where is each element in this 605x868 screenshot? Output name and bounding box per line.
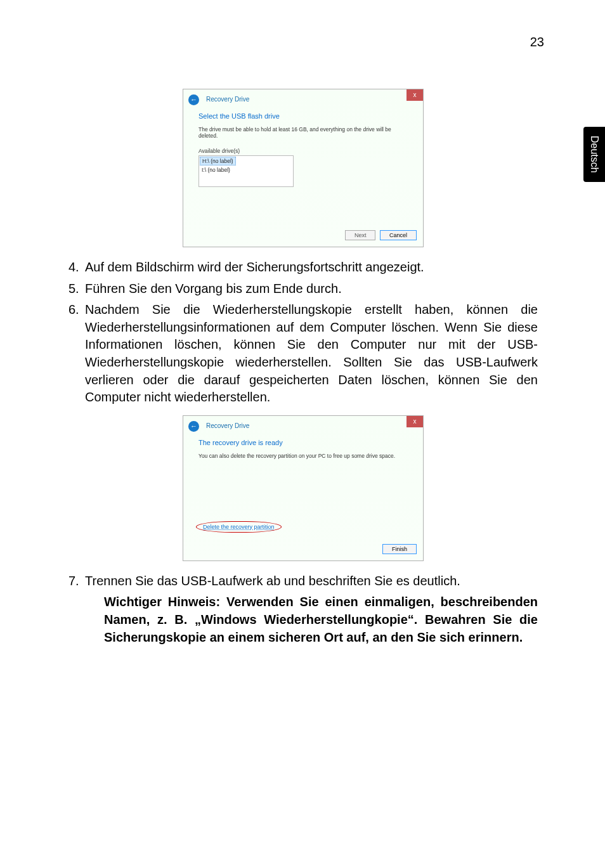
- dialog-heading: The recovery drive is ready: [198, 439, 408, 446]
- step-number: 5.: [68, 280, 85, 298]
- drive-listbox[interactable]: H:\ (no label) I:\ (no label): [198, 155, 294, 187]
- instruction-list: 4. Auf dem Bildschirm wird der Sicherung…: [68, 259, 538, 406]
- step-7: 7. Trennen Sie das USB-Laufwerk ab und b…: [68, 573, 538, 590]
- back-arrow-icon[interactable]: ←: [188, 94, 199, 105]
- close-icon[interactable]: x: [407, 89, 423, 101]
- dialog-heading: Select the USB flash drive: [198, 112, 408, 120]
- dialog-instruction: You can also delete the recovery partiti…: [198, 453, 408, 459]
- cancel-button[interactable]: Cancel: [380, 230, 417, 240]
- language-tab: Deutsch: [583, 127, 605, 182]
- screenshot-2-wrap: x ← Recovery Drive The recovery drive is…: [68, 415, 538, 561]
- dialog-titlebar: x ← Recovery Drive: [183, 89, 423, 106]
- dialog-footer: Finish: [183, 540, 423, 560]
- page-number: 23: [530, 35, 544, 49]
- important-note: Wichtiger Hinweis: Verwenden Sie einen e…: [104, 593, 538, 646]
- dialog-titlebar: x ← Recovery Drive: [183, 416, 423, 432]
- finish-button[interactable]: Finish: [382, 544, 417, 554]
- step-6: 6. Nachdem Sie die Wiederherstellungskop…: [68, 301, 538, 406]
- step-4: 4. Auf dem Bildschirm wird der Sicherung…: [68, 259, 538, 276]
- dialog-footer: Next Cancel: [183, 226, 423, 247]
- back-arrow-icon[interactable]: ←: [188, 421, 199, 432]
- dialog-body: The recovery drive is ready You can also…: [183, 432, 423, 540]
- step-number: 6.: [68, 301, 85, 406]
- step-text: Auf dem Bildschirm wird der Sicherungsfo…: [85, 259, 538, 276]
- close-icon[interactable]: x: [407, 416, 423, 427]
- next-button[interactable]: Next: [345, 230, 376, 240]
- drive-item-selected[interactable]: H:\ (no label): [200, 157, 236, 165]
- recovery-drive-dialog-select: x ← Recovery Drive Select the USB flash …: [183, 89, 424, 247]
- step-number: 7.: [68, 573, 85, 590]
- step-5: 5. Führen Sie den Vorgang bis zum Ende d…: [68, 280, 538, 298]
- page-content: x ← Recovery Drive Select the USB flash …: [68, 89, 538, 646]
- recovery-drive-dialog-ready: x ← Recovery Drive The recovery drive is…: [183, 415, 424, 561]
- step-number: 4.: [68, 259, 85, 276]
- highlight-oval: Delete the recovery partition: [196, 521, 282, 533]
- dialog-title: Recovery Drive: [206, 96, 249, 103]
- step-text: Führen Sie den Vorgang bis zum Ende durc…: [85, 280, 538, 298]
- available-drives-label: Available drive(s): [198, 148, 408, 154]
- delete-recovery-partition-link[interactable]: Delete the recovery partition: [203, 524, 275, 530]
- drive-item[interactable]: I:\ (no label): [199, 166, 293, 174]
- step-text: Nachdem Sie die Wiederherstellungskopie …: [85, 301, 538, 406]
- instruction-list-2: 7. Trennen Sie das USB-Laufwerk ab und b…: [68, 573, 538, 590]
- delete-partition-highlight: Delete the recovery partition: [196, 521, 282, 533]
- dialog-body: Select the USB flash drive The drive mus…: [183, 106, 423, 226]
- dialog-instruction: The drive must be able to hold at least …: [198, 126, 408, 139]
- dialog-title: Recovery Drive: [206, 422, 249, 429]
- screenshot-1-wrap: x ← Recovery Drive Select the USB flash …: [68, 89, 538, 247]
- step-text: Trennen Sie das USB-Laufwerk ab und besc…: [85, 573, 538, 590]
